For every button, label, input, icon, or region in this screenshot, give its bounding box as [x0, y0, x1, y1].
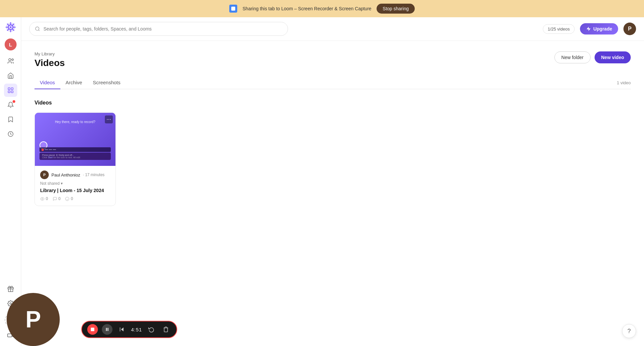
- video-thumbnail: Hey there, ready to record?: [35, 113, 115, 166]
- tab-screenshots[interactable]: Screenshots: [88, 76, 126, 89]
- video-card[interactable]: Hey there, ready to record?: [35, 112, 116, 206]
- thumbnail-overlay: Press pause ⏸ freely and off... Click St…: [39, 153, 111, 160]
- svg-rect-14: [8, 88, 10, 90]
- views-icon: [40, 197, 44, 201]
- sidebar-user-avatar[interactable]: L: [5, 38, 17, 50]
- tab-archive[interactable]: Archive: [60, 76, 88, 89]
- comments-icon: [53, 197, 57, 201]
- svg-rect-31: [106, 328, 107, 331]
- sidebar-item-library[interactable]: [4, 84, 17, 97]
- search-input[interactable]: [43, 26, 282, 32]
- help-button[interactable]: ?: [622, 324, 636, 338]
- sidebar-item-history[interactable]: [4, 127, 17, 141]
- rewind-icon: [119, 326, 125, 332]
- sharing-banner-text: Sharing this tab to Loom – Screen Record…: [243, 6, 371, 11]
- header-avatar[interactable]: P: [623, 23, 636, 35]
- recording-controls: 4:51: [81, 321, 177, 338]
- video-count-badge: 1/25 videos: [543, 24, 575, 34]
- tabs-row: Videos Archive Screenshots 1 video: [35, 76, 631, 89]
- svg-line-24: [38, 30, 39, 31]
- svg-rect-17: [11, 91, 13, 93]
- breadcrumb: My Library: [35, 51, 631, 56]
- videos-grid: Hey there, ready to record?: [35, 112, 631, 206]
- record-pause-button[interactable]: [102, 324, 112, 335]
- sidebar-item-bookmarks[interactable]: [4, 113, 17, 126]
- thumbnail-text: Hey there, ready to record?: [55, 120, 96, 124]
- record-rewind-button[interactable]: [116, 324, 127, 335]
- new-video-button[interactable]: New video: [595, 51, 631, 63]
- svg-rect-16: [8, 91, 10, 93]
- svg-point-26: [42, 198, 43, 199]
- svg-point-13: [12, 59, 13, 60]
- page-body: My Library Videos New folder New video V…: [21, 41, 644, 346]
- delete-icon: [163, 326, 169, 332]
- upgrade-button[interactable]: Upgrade: [580, 23, 618, 35]
- card-time: · 17 minutes: [83, 173, 105, 177]
- new-folder-button[interactable]: New folder: [554, 51, 591, 63]
- svg-point-23: [36, 27, 39, 31]
- svg-point-3: [10, 27, 11, 28]
- svg-rect-0: [231, 7, 235, 11]
- upgrade-icon: [586, 26, 591, 32]
- stop-icon: [90, 327, 95, 332]
- sidebar-item-notifications[interactable]: [4, 98, 17, 111]
- card-avatar: P: [40, 171, 49, 179]
- main-content: 1/25 videos Upgrade P My Library Videos …: [21, 17, 644, 346]
- search-icon: [35, 26, 40, 32]
- record-stop-button[interactable]: [87, 324, 98, 335]
- svg-rect-30: [91, 328, 95, 331]
- large-avatar-overlay: P: [7, 293, 60, 346]
- svg-rect-15: [11, 88, 13, 90]
- card-stats: 0 0: [40, 196, 110, 201]
- section-title: Videos: [35, 100, 631, 106]
- thumbnail-inner: Hey there, ready to record?: [35, 113, 115, 166]
- header-bar: 1/25 videos Upgrade P: [21, 17, 644, 41]
- card-stat-comments: 0: [53, 196, 61, 201]
- loom-logo[interactable]: [5, 21, 17, 33]
- card-stat-reactions: 0: [65, 196, 73, 201]
- video-card-body: P Paul Anthonioz · 17 minutes Not shared…: [35, 166, 115, 206]
- refresh-icon: [148, 326, 154, 332]
- sidebar-item-home[interactable]: [4, 69, 17, 82]
- card-stat-views: 0: [40, 196, 48, 201]
- app-container: L: [0, 0, 644, 346]
- record-refresh-button[interactable]: [146, 324, 157, 335]
- card-author-name: Paul Anthonioz: [51, 173, 80, 177]
- notification-dot: [13, 100, 15, 103]
- search-box[interactable]: [29, 22, 288, 36]
- reactions-icon: [65, 197, 69, 201]
- loom-icon: [229, 5, 237, 13]
- card-shared-status[interactable]: Not shared ▾: [40, 181, 110, 186]
- svg-point-27: [65, 197, 69, 201]
- record-timer: 4:51: [131, 327, 142, 332]
- page-title: Videos: [35, 58, 631, 68]
- svg-marker-33: [121, 327, 124, 331]
- svg-point-12: [9, 59, 11, 61]
- svg-rect-32: [107, 328, 108, 331]
- sidebar-item-gifts[interactable]: [4, 282, 17, 296]
- page-actions: New folder New video: [554, 51, 631, 63]
- tab-videos[interactable]: Videos: [35, 76, 60, 89]
- card-title: Library | Loom - 15 July 2024: [40, 188, 110, 193]
- thumbnail-more-button[interactable]: ⋯: [105, 115, 113, 123]
- pause-icon: [105, 327, 109, 332]
- card-author-row: P Paul Anthonioz · 17 minutes: [40, 171, 110, 179]
- stop-sharing-button[interactable]: Stop sharing: [377, 4, 415, 14]
- record-delete-button[interactable]: [161, 324, 171, 335]
- sidebar: L: [0, 17, 21, 346]
- svg-marker-25: [587, 27, 591, 31]
- sharing-banner: Sharing this tab to Loom – Screen Record…: [0, 0, 644, 17]
- sidebar-item-people[interactable]: [4, 54, 17, 68]
- tab-count: 1 video: [617, 80, 631, 85]
- thumbnail-control-bar: [39, 147, 111, 152]
